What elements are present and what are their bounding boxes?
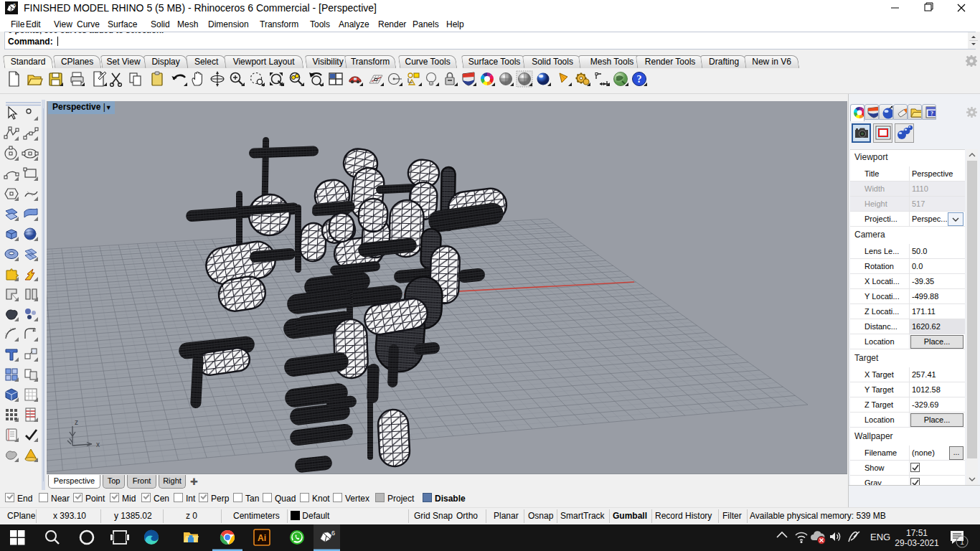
svg-text:1: 1 (960, 538, 964, 546)
svg-text:6: 6 (13, 2, 17, 9)
svg-text:29-03-2021: 29-03-2021 (895, 538, 939, 548)
svg-text:ENG: ENG (870, 532, 890, 542)
svg-text:?: ? (637, 74, 642, 85)
svg-text:x: x (96, 441, 100, 448)
svg-text:17:51: 17:51 (906, 528, 928, 538)
svg-text:6: 6 (331, 529, 335, 537)
svg-text:z: z (75, 418, 78, 426)
svg-text:Ai: Ai (258, 533, 266, 543)
svg-text:?: ? (930, 110, 933, 117)
